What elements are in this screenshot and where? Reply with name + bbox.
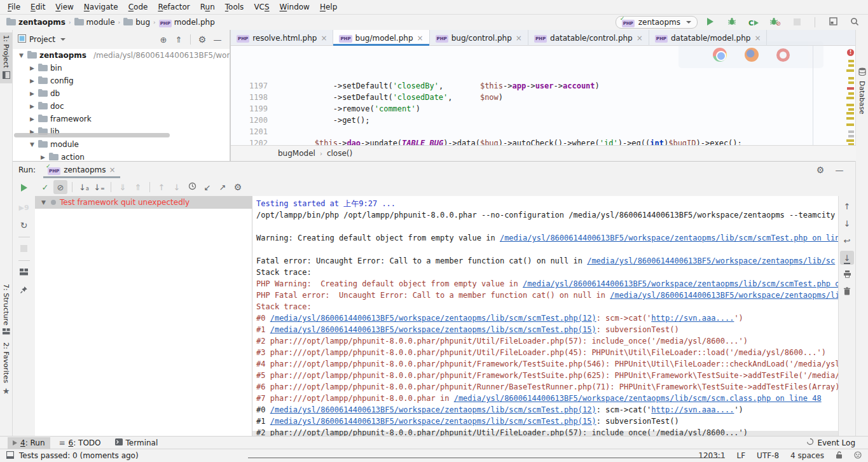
chevron-right-icon[interactable]: ▶ bbox=[39, 154, 46, 160]
import-button[interactable]: ↙ bbox=[200, 180, 214, 194]
settings-button[interactable]: ⚙ bbox=[813, 163, 827, 177]
stripe-mark[interactable] bbox=[848, 108, 854, 111]
chrome-icon[interactable] bbox=[713, 48, 727, 62]
project-tree-item-module[interactable]: ▼module bbox=[13, 138, 230, 151]
stripe-mark[interactable] bbox=[848, 77, 854, 80]
debug-button[interactable] bbox=[725, 15, 739, 29]
expand-all-button[interactable]: ⇓ bbox=[116, 180, 130, 194]
stripe-mark[interactable] bbox=[846, 139, 854, 142]
line-separator[interactable]: LF bbox=[737, 451, 746, 460]
editor-tab-datatable-control-php[interactable]: PHPdatatable/control.php× bbox=[528, 30, 649, 46]
breadcrumb-method[interactable]: close() bbox=[327, 149, 352, 158]
project-tree-item-config[interactable]: ▶config bbox=[13, 74, 230, 87]
error-stripe[interactable]: ! bbox=[846, 46, 855, 145]
stripe-mark[interactable] bbox=[846, 69, 854, 72]
history-button[interactable] bbox=[185, 180, 199, 194]
rerun-button[interactable] bbox=[17, 181, 31, 195]
firefox-icon[interactable] bbox=[745, 48, 759, 62]
scroll-end-button[interactable]: ↓ bbox=[840, 251, 854, 265]
menu-view[interactable]: View bbox=[50, 1, 78, 13]
file-encoding[interactable]: UTF-8 bbox=[757, 451, 779, 460]
console-file-link[interactable]: /media/ysl/8600614400613BF5/workspace/ze… bbox=[270, 405, 596, 414]
menu-file[interactable]: File bbox=[3, 1, 25, 13]
settings-button[interactable]: ⚙ bbox=[195, 32, 209, 46]
show-passed-button[interactable]: ✓ bbox=[38, 180, 52, 194]
profiler-button[interactable]: ⊘ bbox=[768, 15, 782, 29]
project-panel-title-group[interactable]: Project bbox=[18, 34, 65, 45]
sort-alpha-button[interactable]: ↓a bbox=[77, 180, 91, 194]
project-tree-item-db[interactable]: ▶db bbox=[13, 87, 230, 100]
console-file-link[interactable]: /media/ysl/8600614400613BF5/workspace/ze… bbox=[270, 314, 596, 323]
stripe-mark[interactable] bbox=[846, 117, 854, 120]
rerun-failed-button[interactable]: ▶9 bbox=[17, 200, 31, 214]
stripe-mark[interactable] bbox=[848, 64, 854, 67]
chevron-down-icon[interactable]: ▼ bbox=[18, 52, 25, 59]
collapse-all-button[interactable]: ⇑ bbox=[131, 180, 145, 194]
console-file-link[interactable]: /media/ysl/8600614400613BF5/workspace/ze… bbox=[610, 291, 838, 300]
indent-setting[interactable]: 4 spaces bbox=[790, 451, 824, 460]
run-tab[interactable]: PHP✓ zentaopms × bbox=[43, 162, 120, 178]
breadcrumb-item[interactable]: zentaopms bbox=[6, 18, 65, 27]
soft-wrap-button[interactable]: ↩ bbox=[840, 234, 854, 248]
editor-tab-bug-control-php[interactable]: PHPbug/control.php× bbox=[430, 30, 528, 46]
console-file-link[interactable]: http://svn.aaa.... bbox=[651, 314, 734, 323]
refresh-button[interactable]: ↻ bbox=[17, 218, 31, 232]
layout-button[interactable] bbox=[17, 265, 31, 279]
project-tree-item-zentaopms[interactable]: ▼zentaopms/media/ysl/8600614400613BF5/wo… bbox=[13, 49, 230, 62]
toolwindow-button[interactable] bbox=[826, 15, 840, 29]
down-button[interactable]: ↓ bbox=[840, 216, 854, 230]
stripe-mark[interactable] bbox=[846, 123, 854, 126]
project-tree-item-framework[interactable]: ▶framework bbox=[13, 113, 230, 125]
console-file-link[interactable]: /media/ysl/8600614400613BF5/workspace/ze… bbox=[270, 417, 596, 426]
menu-code[interactable]: Code bbox=[123, 1, 153, 13]
tool-window-button-database[interactable]: Database bbox=[856, 65, 868, 117]
clear-button[interactable] bbox=[840, 285, 854, 299]
breadcrumb-item[interactable]: module bbox=[74, 18, 115, 27]
breadcrumb-item[interactable]: PHPmodel.php bbox=[159, 18, 215, 27]
stripe-mark[interactable] bbox=[846, 112, 854, 115]
run-configuration-select[interactable]: PHP✓ zentaopms bbox=[616, 16, 698, 29]
close-icon[interactable]: × bbox=[109, 165, 115, 174]
menu-navigate[interactable]: Navigate bbox=[79, 1, 123, 13]
hide-button[interactable]: — bbox=[210, 32, 224, 46]
collapse-all-button[interactable]: ⇑ bbox=[172, 32, 186, 46]
test-result-row[interactable]: ▼Test framework quit unexpectedly bbox=[35, 196, 252, 209]
console-file-link[interactable]: /media/ysl/8600614400613BF5/workspace/ze… bbox=[270, 325, 596, 334]
search-button[interactable] bbox=[848, 15, 862, 29]
export-button[interactable]: ↗ bbox=[216, 180, 230, 194]
event-log-button[interactable]: Event Log bbox=[801, 437, 860, 449]
horizontal-scrollbar[interactable] bbox=[14, 133, 170, 137]
console-file-link[interactable]: http://svn.aaa.... bbox=[651, 405, 734, 414]
stripe-mark[interactable] bbox=[848, 135, 854, 137]
tool-window-tab-todo[interactable]: ≡6: TODO bbox=[54, 437, 106, 449]
locate-button[interactable]: ⊕ bbox=[156, 32, 170, 46]
opera-icon[interactable] bbox=[776, 48, 790, 62]
chevron-down-icon[interactable]: ▼ bbox=[29, 141, 36, 148]
console-file-link[interactable]: /media/ysl/8600614400613BF5/workspace/ze… bbox=[500, 234, 838, 242]
project-tree-item-doc[interactable]: ▶doc bbox=[13, 100, 230, 113]
menu-window[interactable]: Window bbox=[275, 1, 315, 13]
close-icon[interactable]: × bbox=[417, 34, 424, 43]
stripe-mark[interactable] bbox=[848, 130, 854, 133]
close-icon[interactable]: × bbox=[516, 34, 522, 43]
chevron-right-icon[interactable]: ▶ bbox=[29, 65, 36, 71]
run-button[interactable] bbox=[703, 15, 717, 29]
close-icon[interactable]: × bbox=[320, 34, 327, 43]
stripe-mark[interactable] bbox=[848, 92, 854, 95]
menu-tools[interactable]: Tools bbox=[220, 1, 249, 13]
chevron-right-icon[interactable]: ▶ bbox=[29, 103, 36, 109]
settings-button[interactable]: ⚙ bbox=[231, 180, 245, 194]
chevron-right-icon[interactable]: ▶ bbox=[29, 116, 36, 122]
lock-icon[interactable] bbox=[836, 451, 843, 461]
stop-button[interactable] bbox=[790, 15, 804, 29]
test-console-output[interactable]: Testing started at 上午9:27 .../opt/lampp/… bbox=[252, 196, 838, 437]
error-indicator-icon[interactable]: ! bbox=[847, 49, 854, 56]
up-button[interactable]: ↑ bbox=[840, 199, 854, 213]
breadcrumb-item[interactable]: bug bbox=[123, 18, 150, 27]
tool-window-button-project[interactable]: 1: Project bbox=[0, 32, 12, 83]
console-file-link[interactable]: /media/ysl/8600614400613BF5/workspace/ze… bbox=[454, 394, 822, 403]
menu-vcs[interactable]: VCS bbox=[249, 1, 274, 13]
close-icon[interactable]: × bbox=[637, 34, 643, 43]
menu-help[interactable]: Help bbox=[315, 1, 342, 13]
menu-edit[interactable]: Edit bbox=[25, 1, 50, 13]
